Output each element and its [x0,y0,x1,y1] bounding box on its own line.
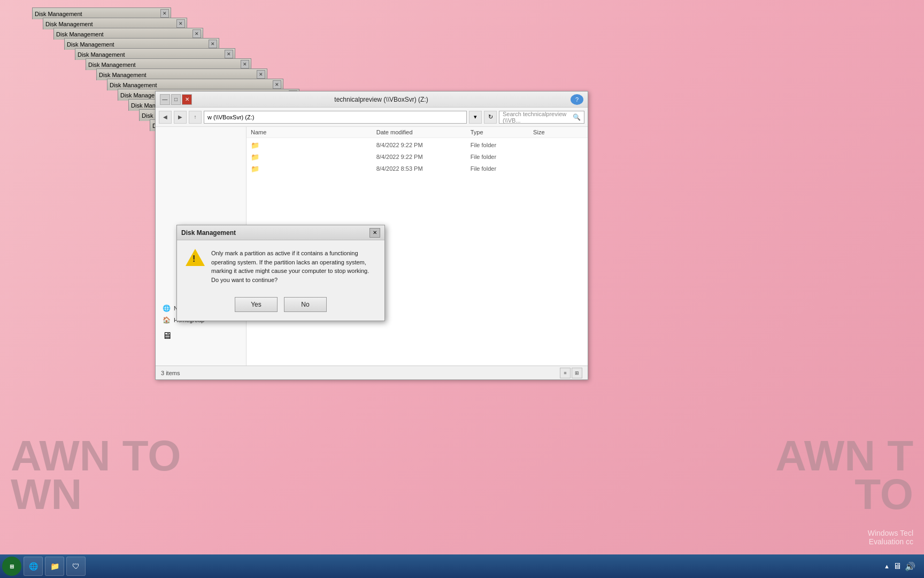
taskbar-tray: ▲ 🖥 🔊 [880,561,920,572]
dm-stack-close-4[interactable]: ✕ [209,40,217,48]
dm-stack-close-7[interactable]: ✕ [257,70,265,79]
tray-network-icon: 🖥 [893,561,902,571]
column-headers: Name Date modified Type Size [247,127,588,138]
fe-minimize-button[interactable]: — [160,94,170,105]
folder-icon-3: 📁 [251,164,259,173]
dm-stack-close-6[interactable]: ✕ [241,60,249,69]
col-header-date: Date modified [376,129,471,135]
file-row-3[interactable]: 📁 8/4/2022 8:53 PM File folder [247,163,588,174]
dm-stack-title-2: Disk Management [45,21,93,27]
file-row-2[interactable]: 📁 8/4/2022 9:22 PM File folder [247,151,588,163]
view-details-button[interactable]: ≡ [560,368,571,378]
dm-stack-close-3[interactable]: ✕ [192,29,201,38]
file-date-1: 8/4/2022 9:22 PM [376,142,471,148]
network-status-icon: 🖥 [156,326,246,346]
fe-help-button[interactable]: ? [571,94,583,105]
dm-stack-close-5[interactable]: ✕ [225,50,233,58]
view-icons: ≡ ⊞ [560,368,582,378]
dialog-no-button[interactable]: No [284,297,327,312]
fe-address-bar[interactable]: w (\\VBoxSvr) (Z:) [204,111,467,124]
tray-volume-icon: 🔊 [905,561,915,572]
dm-stack-title-4: Disk Management [67,41,114,48]
network-monitor-icon: 🖥 [162,330,172,341]
file-row-1[interactable]: 📁 8/4/2022 9:22 PM File folder [247,139,588,151]
dm-stack-title-3: Disk Management [56,31,104,37]
dialog-close-button[interactable]: ✕ [369,228,380,238]
view-tiles-button[interactable]: ⊞ [572,368,582,378]
file-date-2: 8/4/2022 9:22 PM [376,154,471,160]
fe-search-box[interactable]: Search technicalpreview (\\VB... 🔍 [499,111,584,124]
fe-address-dropdown[interactable]: ▾ [469,111,482,124]
file-date-3: 8/4/2022 8:53 PM [376,165,471,172]
dialog-title: Disk Management [181,229,236,237]
dialog-titlebar: Disk Management ✕ [177,225,384,240]
disk-management-dialog: Disk Management ✕ Only mark a partition … [176,225,385,321]
taskbar-explorer-button[interactable]: 📁 [45,557,64,576]
file-type-1: File folder [471,142,533,148]
dm-stack-title-1: Disk Management [35,11,82,17]
fe-address-text: w (\\VBoxSvr) (Z:) [207,114,254,120]
dm-stack-title-6: Disk Management [88,62,136,68]
dm-stack-title-8: Disk Management [110,82,157,88]
dialog-buttons: Yes No [177,293,384,321]
file-explorer-statusbar: 3 items ≡ ⊞ [156,366,588,379]
dm-stack-title-7: Disk Management [99,72,147,78]
col-header-name: Name [251,129,376,135]
dm-stack-title-5: Disk Management [78,51,125,58]
fe-forward-button[interactable]: ▶ [174,111,187,124]
tray-chevron[interactable]: ▲ [884,563,890,569]
dm-stack-close-2[interactable]: ✕ [176,19,185,28]
dialog-body: Only mark a partition as active if it co… [177,240,384,293]
taskbar-security-button[interactable]: 🛡 [66,557,86,576]
desktop: AWN TO WN AWN T TO Disk Management ✕ Dis… [0,0,924,578]
dm-stack-close-8[interactable]: ✕ [273,80,281,89]
fe-close-button[interactable]: ✕ [182,94,192,105]
dm-stack-close-1[interactable]: ✕ [160,9,169,18]
taskbar: ⊞ 🌐 📁 🛡 ▲ 🖥 🔊 [0,554,924,578]
fe-maximize-button[interactable]: □ [171,94,181,105]
fe-back-button[interactable]: ◀ [159,111,172,124]
file-explorer-titlebar: — □ ✕ technicalpreview (\\VBoxSvr) (Z:) … [156,92,588,108]
taskbar-ie-button[interactable]: 🌐 [24,557,43,576]
fe-up-button[interactable]: ↑ [189,111,202,124]
fe-search-icon: 🔍 [573,113,581,121]
col-header-size: Size [533,129,583,135]
status-item-count: 3 items [161,370,180,376]
fe-refresh-button[interactable]: ↻ [484,111,497,124]
dialog-yes-button[interactable]: Yes [235,297,278,312]
warning-icon [186,249,205,268]
folder-icon-1: 📁 [251,141,259,149]
start-button[interactable]: ⊞ [2,557,21,576]
folder-icon-2: 📁 [251,153,259,161]
network-icon: 🌐 [162,304,171,313]
col-header-type: Type [471,129,533,135]
fe-search-placeholder: Search technicalpreview (\\VB... [503,111,573,124]
file-explorer-title: technicalpreview (\\VBoxSvr) (Z:) [192,96,571,103]
file-type-3: File folder [471,165,533,172]
homegroup-icon: 🏠 [162,316,171,324]
file-explorer-toolbar: ◀ ▶ ↑ w (\\VBoxSvr) (Z:) ▾ ↻ Search tech… [156,108,588,127]
dialog-message: Only mark a partition as active if it co… [211,249,376,284]
file-type-2: File folder [471,154,533,160]
